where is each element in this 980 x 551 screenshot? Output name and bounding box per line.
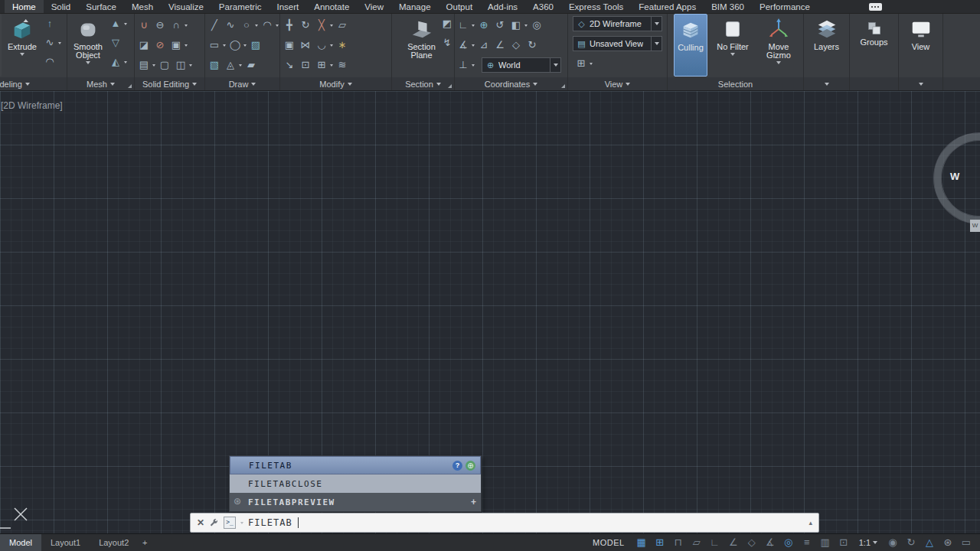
panel-label-section[interactable]: Section — [392, 77, 454, 90]
ribbon-tab[interactable]: A360 — [525, 0, 561, 13]
panel-label-modify[interactable]: Modify — [280, 77, 391, 90]
panel-label-draw[interactable]: Draw — [205, 77, 279, 90]
stretch-icon[interactable]: ↘ — [283, 57, 296, 73]
ribbon-tab[interactable]: Annotate — [306, 0, 357, 13]
gradient-icon[interactable]: ▧ — [207, 57, 221, 73]
loft-icon[interactable]: ◠ — [43, 54, 61, 70]
panel-label-groups[interactable] — [850, 77, 898, 90]
model-space-indicator[interactable]: MODEL — [593, 538, 625, 547]
osnap-tracking-icon[interactable]: ∡ — [761, 534, 779, 551]
ribbon-tab[interactable]: Manage — [391, 0, 439, 13]
intersect-icon[interactable]: ∩ — [169, 18, 188, 33]
ucs-world-icon[interactable]: ⊕ — [477, 18, 491, 33]
ribbon-tab[interactable]: Featured Apps — [631, 0, 704, 13]
move-gizmo-button[interactable]: Move Gizmo — [758, 14, 799, 77]
annotation-scale-button[interactable]: 1:1 — [854, 538, 882, 547]
infer-constraints-icon[interactable]: ⊓ — [669, 534, 688, 551]
customize-icon[interactable] — [209, 518, 219, 528]
ribbon-tab[interactable]: Mesh — [124, 0, 161, 13]
ribbon-tab[interactable]: Output — [439, 0, 481, 13]
move-icon[interactable]: ╋ — [283, 18, 296, 33]
ribbon-tab[interactable]: View — [357, 0, 391, 13]
thicken-icon[interactable]: ▣ — [169, 37, 188, 53]
erase-icon[interactable]: ▱ — [335, 18, 349, 33]
viewport-config-icon[interactable]: ⊞ — [574, 56, 593, 71]
panel-label-solid-editing[interactable]: Solid Editing — [135, 77, 204, 90]
panel-label-modeling[interactable]: Modeling — [0, 77, 67, 90]
explode-icon[interactable]: ∗ — [335, 37, 349, 53]
region-icon[interactable]: ▰ — [244, 57, 258, 73]
close-icon[interactable]: ✕ — [197, 517, 204, 528]
extract-edges-icon[interactable]: ▤ — [137, 57, 155, 73]
lineweight-icon[interactable]: ≡ — [798, 534, 816, 551]
culling-button[interactable]: Culling — [674, 14, 707, 77]
subtract-icon[interactable]: ⊖ — [153, 18, 167, 33]
command-line[interactable]: ✕ >_ FILETAB ▴ — [190, 513, 819, 533]
autocomplete-row[interactable]: ⊛ FILETABPREVIEW ? ⊕ + — [230, 493, 481, 511]
snap-icon[interactable]: ⊞ — [651, 534, 669, 551]
panel-label-mesh[interactable]: Mesh — [67, 77, 134, 90]
ribbon-tab[interactable]: Performance — [752, 0, 818, 13]
ribbon-tab[interactable]: Add-ins — [480, 0, 525, 13]
osnap-icon[interactable]: ◎ — [779, 534, 798, 551]
combo-dropdown-button[interactable] — [550, 58, 560, 72]
new-layout-button[interactable]: + — [138, 534, 152, 551]
infocenter-icon[interactable] — [869, 3, 882, 11]
union-icon[interactable]: ∪ — [137, 18, 151, 33]
rotate-icon[interactable]: ↻ — [299, 18, 312, 33]
ucs-3point-icon[interactable]: ∠ — [493, 37, 507, 53]
extrude-button[interactable]: Extrude — [2, 14, 43, 77]
line-icon[interactable]: ╱ — [207, 18, 221, 33]
help-icon[interactable]: ? — [452, 461, 462, 471]
ribbon-tab[interactable]: Solid — [44, 0, 79, 13]
command-history-icon[interactable]: ▴ — [808, 519, 812, 527]
viewport-controls[interactable]: [2D Wireframe] — [1, 100, 63, 111]
drawing-canvas[interactable]: [2D Wireframe] W W ⊛ FILETAB ? ⊕ ⊛ — [0, 91, 980, 533]
ribbon-tab[interactable]: Express Tools — [561, 0, 631, 13]
ribbon-tab[interactable]: Surface — [78, 0, 124, 13]
ucs-origin-icon[interactable]: ∡ — [456, 37, 475, 53]
live-section-icon[interactable]: ◩ — [440, 16, 454, 31]
panel-launcher-icon[interactable] — [448, 84, 452, 88]
circle-icon[interactable]: ○ — [240, 18, 258, 33]
panel-label-coordinates[interactable]: Coordinates — [455, 77, 567, 90]
hatch-icon[interactable]: ▨ — [249, 37, 263, 53]
ucs-combo[interactable]: ⊕ World — [482, 57, 561, 73]
recent-commands-chevron-icon[interactable] — [240, 522, 243, 524]
offset-icon[interactable]: ≋ — [335, 57, 349, 73]
ribbon-tab[interactable]: Insert — [269, 0, 306, 13]
ellipse-icon[interactable]: ◯ — [228, 37, 247, 53]
layers-button[interactable]: Layers — [805, 14, 848, 77]
polyline-icon[interactable]: ∿ — [224, 18, 237, 33]
panel-label-view[interactable]: View — [568, 77, 667, 90]
show-ucs-icon[interactable]: ⊥ — [456, 57, 475, 73]
no-filter-button[interactable]: No Filter — [712, 14, 753, 77]
ucs-x-icon[interactable]: ◇ — [509, 37, 523, 53]
viewcube[interactable]: W — [934, 133, 980, 223]
panel-launcher-icon[interactable] — [561, 84, 565, 88]
autoscale-icon[interactable]: ↻ — [902, 534, 920, 551]
combo-dropdown-button[interactable] — [651, 17, 662, 31]
grid-icon[interactable]: ▦ — [632, 534, 651, 551]
imprint-icon[interactable]: ▢ — [158, 57, 172, 73]
boundary-icon[interactable]: ◬ — [224, 57, 242, 73]
panel-label-layers[interactable] — [804, 77, 849, 90]
add-jog-icon[interactable]: ↯ — [440, 35, 454, 51]
dynamic-input-icon[interactable]: ▱ — [688, 534, 706, 551]
slice-icon[interactable]: ◪ — [137, 37, 151, 53]
ortho-icon[interactable]: ∟ — [706, 534, 724, 551]
search-web-icon[interactable]: ⊕ — [466, 461, 475, 471]
scale-icon[interactable]: ⊡ — [299, 57, 312, 73]
customization-icon[interactable]: ⊛ — [939, 534, 957, 551]
selection-cycling-icon[interactable]: ⊡ — [835, 534, 853, 551]
autocomplete-row[interactable]: ⊛ FILETAB ? ⊕ — [230, 456, 481, 474]
ucs-previous-icon[interactable]: ↺ — [493, 18, 507, 33]
interfere-icon[interactable]: ⊘ — [153, 37, 167, 53]
ucs-face-icon[interactable]: ◧ — [509, 18, 528, 33]
clean-screen-icon[interactable]: ▭ — [957, 534, 975, 551]
ribbon-tab[interactable]: Visualize — [161, 0, 211, 13]
layout-tab[interactable]: Model — [0, 534, 41, 551]
ucs-object-icon[interactable]: ◎ — [530, 18, 544, 33]
panel-label-view-tools[interactable] — [899, 77, 942, 90]
ribbon-tab[interactable]: BIM 360 — [704, 0, 752, 13]
